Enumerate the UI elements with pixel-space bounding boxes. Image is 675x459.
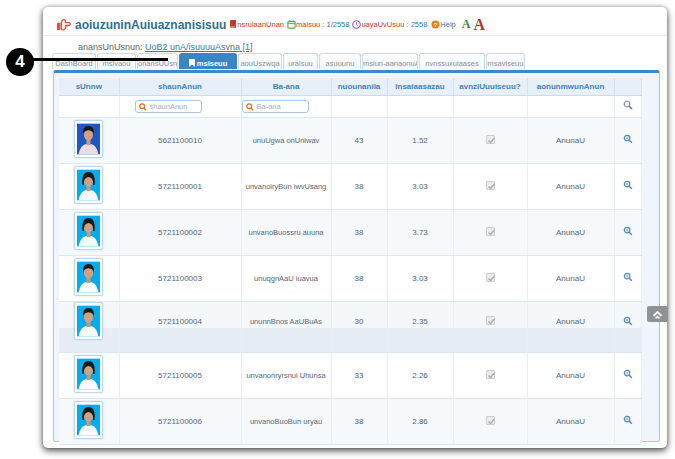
svg-text:?: ? xyxy=(434,22,438,28)
